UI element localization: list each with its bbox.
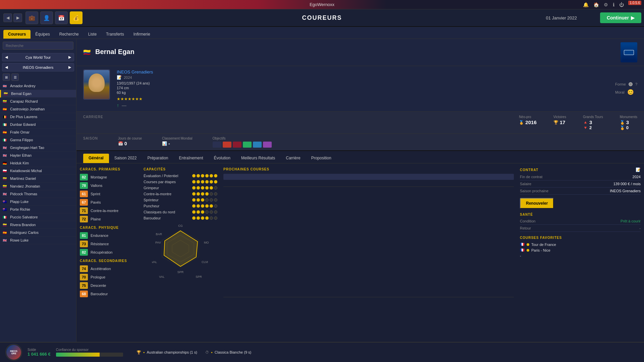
- upcoming-races-title: PROCHAINES COURSES: [223, 167, 514, 171]
- rider-item[interactable]: 🇮🇹Puccio Salvatore: [0, 213, 76, 221]
- rider-flag: 🇪🇸: [3, 107, 8, 111]
- tab-coureurs[interactable]: Coureurs: [3, 30, 31, 39]
- rider-flag: 🇬🇧: [3, 192, 8, 196]
- rider-item[interactable]: 🇬🇧Rowe Luke: [0, 237, 76, 244]
- filter-icon-2[interactable]: ☰: [11, 73, 19, 81]
- rider-name: Carapaz Richard: [10, 99, 38, 103]
- home-icon[interactable]: 🏠: [593, 2, 599, 7]
- stat-name: Plaine: [91, 217, 101, 221]
- filter-icon-1[interactable]: ⊞: [3, 73, 10, 81]
- cap-dots: [192, 216, 217, 220]
- rider-name: Castroviejo Jonathan: [10, 107, 45, 111]
- dot-empty: [214, 204, 217, 208]
- rider-item[interactable]: 🇮🇪Dunbar Edward: [0, 121, 76, 128]
- radar-val-label: VAL: [159, 275, 164, 278]
- objectifs-label: Objectifs: [213, 137, 272, 140]
- rider-item[interactable]: 🇬🇧Pidcock Thomas: [0, 190, 76, 198]
- rider-name: Rowe Luke: [10, 238, 29, 242]
- dot-filled: [192, 198, 196, 202]
- rider-flag: 🇪🇸: [3, 131, 8, 134]
- rider-name: Narváez Jhonatan: [10, 184, 40, 188]
- nav-riders-icon[interactable]: 👤: [40, 11, 53, 24]
- secondary-stat-item: 75Descente: [80, 282, 140, 289]
- continue-button[interactable]: Continuer ▶: [600, 12, 641, 23]
- tour-dropdown[interactable]: ◀ Cya World Tour ▶: [2, 53, 74, 61]
- subtab-carriere[interactable]: Carrière: [280, 154, 306, 163]
- tab-infirmerie[interactable]: Infirmerie: [129, 30, 155, 39]
- nav-back[interactable]: ◀: [3, 13, 12, 22]
- dot-empty: [214, 210, 217, 214]
- salaire-row: Salaire 139 000 € / mois: [520, 182, 641, 188]
- rider-item[interactable]: 🇬🇧Hayter Ethan: [0, 152, 76, 159]
- rider-item[interactable]: 🇩🇪Heiduk Kim: [0, 159, 76, 167]
- capacities-block: CAPACITÉS Évaluation / PotentielCourses …: [144, 167, 217, 299]
- rider-item[interactable]: 🇪🇸Fraile Omar: [0, 128, 76, 136]
- nav-forward[interactable]: ▶: [13, 13, 22, 22]
- rider-item[interactable]: 🇪🇨Carapaz Richard: [0, 98, 76, 105]
- contract-edit-icon[interactable]: 📝: [636, 167, 641, 172]
- power-icon[interactable]: ⏻: [619, 2, 624, 7]
- subtab-general[interactable]: Général: [83, 154, 109, 163]
- subtab-preparation[interactable]: Préparation: [142, 154, 173, 163]
- jours-block: Jours de course 📅 0: [118, 137, 142, 148]
- monuments-block: Monuments 🏅 3 🏅 0: [620, 115, 637, 130]
- rider-flag: 🇮🇪: [3, 123, 8, 126]
- rider-item[interactable]: 🇵🇱Kwiatkowski Michal: [0, 167, 76, 175]
- team-dropdown[interactable]: ◀ INEOS Grenadiers ▶: [2, 63, 74, 71]
- rider-item[interactable]: 🇨🇴Martínez Daniel: [0, 175, 76, 183]
- tab-recherche[interactable]: Recherche: [55, 30, 84, 39]
- gear-icon[interactable]: ⚙: [604, 2, 608, 7]
- stat-name: Prologue: [91, 275, 105, 279]
- capacity-item: Puncheur: [144, 204, 217, 208]
- sponsor-fill: [56, 353, 100, 357]
- search-input[interactable]: [3, 42, 73, 50]
- dropdown-arrow-right[interactable]: ▶: [68, 55, 71, 59]
- radar-chart: CG MON CLM SPR VAL PAV BAR: [152, 223, 209, 274]
- rider-item[interactable]: 🇨🇴Bernal Egan: [0, 90, 76, 98]
- dot-filled: [214, 180, 217, 184]
- nav-calendar-icon[interactable]: 📅: [55, 11, 68, 24]
- fav-dash: -: [520, 254, 521, 258]
- info-icon[interactable]: ℹ: [613, 2, 614, 7]
- subtab-meilleurs[interactable]: Meilleurs Résultats: [236, 154, 280, 163]
- rider-item[interactable]: 🇧🇪De Plus Laurens: [0, 113, 76, 121]
- rider-item[interactable]: 🇦🇺Porte Richie: [0, 206, 76, 213]
- dot-filled: [197, 204, 200, 208]
- tab-equipes[interactable]: Équipes: [31, 30, 54, 39]
- subtab-entrainement[interactable]: Entraînement: [173, 154, 208, 163]
- rider-item[interactable]: 🇨🇴Rivera Brandon: [0, 221, 76, 229]
- cap-name: Contre-la-montre: [144, 192, 192, 196]
- team-dropdown-arrow-right[interactable]: ▶: [68, 65, 71, 69]
- rider-item[interactable]: 🇪🇨Narváez Jhonatan: [0, 183, 76, 190]
- dropdown-arrow-left[interactable]: ◀: [5, 55, 8, 59]
- bell-icon[interactable]: 🔔: [583, 2, 589, 7]
- subtab-saison[interactable]: Saison 2022: [109, 154, 142, 163]
- nav-date: 01 Janvier 2022: [546, 15, 577, 20]
- rider-item[interactable]: 🇮🇹Ganna Filippo: [0, 136, 76, 144]
- stat-value: 67: [80, 199, 88, 206]
- player-header: 🇨🇴 Bernal Egan: [76, 39, 644, 66]
- rider-flag: 🇨🇷: [3, 84, 8, 88]
- player-details-row: INEOS Grenadiers 📝 2024 13/01/1997 (24 a…: [76, 66, 644, 112]
- rider-item[interactable]: 🇨🇷Amador Andrey: [0, 82, 76, 90]
- rider-item[interactable]: 🇪🇸Rodriguez Carlos: [0, 229, 76, 237]
- primary-stats-list: 82Montagne78Vallons61Sprint67Pavés71Cont…: [80, 174, 140, 222]
- rider-item[interactable]: 🇦🇺Plapp Luke: [0, 198, 76, 206]
- stat-value: 71: [80, 207, 88, 214]
- jours-value: 0: [124, 141, 127, 146]
- monuments-gold: 3: [626, 119, 629, 125]
- capacity-item: Évaluation / Potentiel: [144, 174, 217, 178]
- subtab-proposition[interactable]: Proposition: [306, 154, 337, 163]
- favorite-item: -: [520, 254, 641, 258]
- team-dropdown-arrow-left[interactable]: ◀: [5, 65, 8, 69]
- rider-item[interactable]: 🇪🇸Castroviejo Jonathan: [0, 105, 76, 113]
- nav-active-icon[interactable]: 💰: [70, 11, 83, 24]
- tab-transferts[interactable]: Transferts: [101, 30, 129, 39]
- nav-finances-icon[interactable]: 💼: [25, 11, 38, 24]
- renew-container: Renouveler: [520, 198, 641, 209]
- subtab-evolution[interactable]: Évolution: [209, 154, 236, 163]
- rider-item[interactable]: 🇬🇧Geoghegan Hart Tao: [0, 144, 76, 152]
- tab-liste[interactable]: Liste: [84, 30, 101, 39]
- rider-flag: 🇨🇴: [3, 223, 8, 227]
- renew-button[interactable]: Renouveler: [520, 198, 554, 209]
